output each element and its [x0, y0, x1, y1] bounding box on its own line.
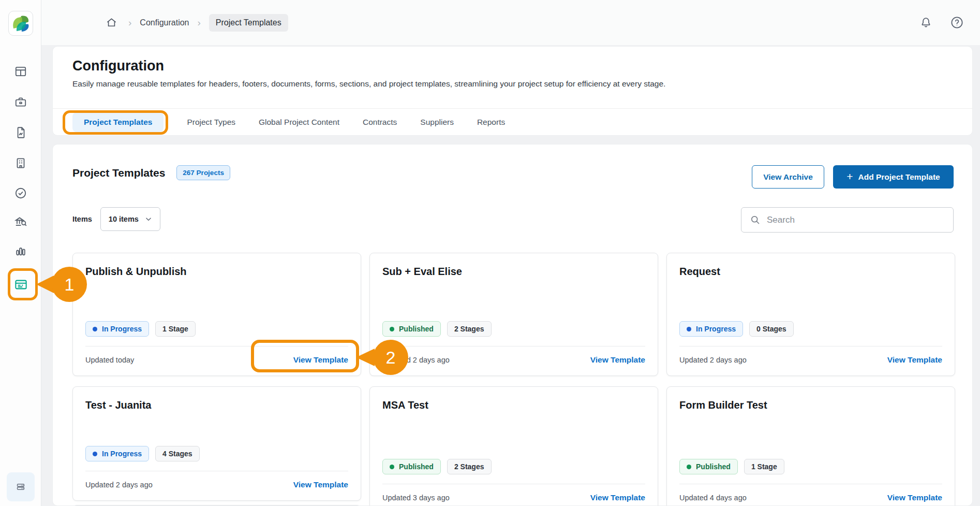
status-label: Published [399, 462, 434, 471]
updated-text: Updated 2 days ago [679, 356, 747, 364]
stage-count-badge: 1 Stage [744, 459, 784, 474]
sidebar-item-reports[interactable] [9, 239, 32, 262]
card-title: MSA Test [382, 399, 645, 411]
updated-text: Updated 3 days ago [382, 494, 450, 502]
page-header-panel: Configuration Easily manage reusable tem… [52, 46, 973, 136]
check-circle-icon [14, 186, 27, 200]
stage-count-badge: 4 Stages [155, 446, 200, 461]
project-templates-panel: Project Templates 267 Projects View Arch… [52, 144, 973, 506]
project-count-badge: 267 Projects [176, 165, 230, 180]
search-icon [750, 214, 761, 225]
breadcrumb-configuration[interactable]: Configuration [140, 18, 189, 27]
status-label: Published [399, 325, 434, 333]
sidebar-item-documents[interactable] [9, 121, 32, 144]
sidebar-item-project-templates[interactable] [9, 273, 32, 296]
chevron-down-icon [145, 215, 152, 223]
search-box [741, 207, 954, 233]
card-title: Form Builder Test [679, 399, 942, 411]
updated-text: Updated 4 days ago [679, 494, 747, 502]
template-card: Test - Juanita In Progress 4 Stages Upda… [72, 386, 361, 501]
sidebar-item-organization[interactable] [9, 152, 32, 175]
status-badge: Published [382, 321, 441, 337]
page-title: Configuration [72, 58, 164, 74]
template-card: Sub + Eval Elise Published 2 Stages Upda… [369, 253, 658, 376]
breadcrumb-project-templates[interactable]: Project Templates [209, 14, 288, 32]
stage-count-badge: 1 Stage [155, 321, 196, 337]
card-title: Publish & Unpublish [85, 266, 348, 278]
template-card: Form Builder Test Published 1 Stage Upda… [666, 386, 955, 506]
app-logo-icon [10, 13, 31, 34]
search-input[interactable] [767, 215, 945, 225]
stage-count-badge: 0 Stages [749, 321, 794, 337]
help-icon[interactable] [948, 14, 966, 32]
status-dot-icon [687, 327, 691, 331]
status-dot-icon [390, 465, 394, 469]
dashboard-layout-icon [14, 65, 27, 78]
add-project-template-button[interactable]: + Add Project Template [833, 165, 954, 189]
view-template-link[interactable]: View Template [887, 493, 942, 502]
bar-chart-icon [14, 243, 27, 257]
tab-suppliers[interactable]: Suppliers [420, 118, 454, 127]
items-label: Items [72, 215, 92, 223]
status-badge: Published [382, 459, 441, 474]
sidebar-item-approvals[interactable] [9, 182, 32, 205]
page-description: Easily manage reusable templates for hea… [72, 79, 665, 89]
updated-text: Updated 2 days ago [382, 356, 450, 364]
tab-project-types[interactable]: Project Types [187, 118, 235, 127]
tab-bar: Project Templates Project Types Global P… [72, 109, 505, 136]
tab-contracts[interactable]: Contracts [363, 118, 397, 127]
sidebar-item-projects[interactable] [9, 91, 32, 113]
briefcase-icon [14, 95, 27, 109]
stage-count-badge: 2 Stages [447, 459, 492, 474]
updated-text: Updated 2 days ago [85, 481, 153, 489]
status-dot-icon [687, 465, 691, 469]
status-dot-icon [390, 327, 394, 331]
app-logo[interactable] [8, 11, 33, 36]
items-per-page-select[interactable]: 10 items [100, 207, 160, 231]
template-card: Publish & Unpublish In Progress 1 Stage … [72, 253, 361, 376]
sidebar-item-dashboard[interactable] [9, 60, 32, 83]
template-card-grid: Publish & Unpublish In Progress 1 Stage … [72, 253, 955, 506]
status-badge: Published [679, 459, 738, 474]
plus-icon: + [847, 170, 853, 183]
view-template-link[interactable]: View Template [293, 480, 348, 489]
template-card: Request In Progress 0 Stages Updated 2 d… [666, 253, 955, 376]
sidebar-item-environments[interactable] [7, 472, 35, 501]
document-report-icon [14, 126, 27, 139]
items-per-page-value: 10 items [109, 215, 139, 223]
tab-reports[interactable]: Reports [477, 118, 505, 127]
status-dot-icon [93, 452, 97, 456]
view-template-link[interactable]: View Template [293, 355, 348, 365]
add-project-template-label: Add Project Template [858, 172, 940, 182]
project-templates-icon [14, 278, 28, 292]
stage-count-badge: 2 Stages [447, 321, 492, 337]
section-title: Project Templates [72, 167, 165, 179]
updated-text: Updated today [85, 356, 134, 364]
notifications-bell-icon[interactable] [917, 14, 934, 32]
view-template-link[interactable]: View Template [887, 355, 942, 365]
institution-search-icon [14, 215, 27, 228]
status-badge: In Progress [85, 321, 149, 337]
status-label: Published [696, 462, 731, 471]
status-badge: In Progress [85, 446, 149, 461]
template-card: MSA Test Published 2 Stages Updated 3 da… [369, 386, 658, 506]
home-icon[interactable] [102, 14, 120, 32]
status-label: In Progress [102, 450, 142, 458]
status-label: In Progress [102, 325, 142, 333]
chevron-right-icon: › [197, 18, 202, 27]
tab-global-project-content[interactable]: Global Project Content [259, 118, 339, 127]
top-bar: › Configuration › Project Templates [41, 0, 980, 45]
breadcrumb: › Configuration › Project Templates [102, 0, 288, 45]
card-title: Test - Juanita [85, 399, 348, 411]
view-template-link[interactable]: View Template [590, 493, 645, 502]
tab-project-templates[interactable]: Project Templates [72, 112, 164, 132]
status-label: In Progress [696, 325, 736, 333]
card-title: Sub + Eval Elise [382, 266, 645, 278]
chevron-right-icon: › [127, 18, 132, 27]
sidebar [0, 0, 41, 506]
server-stack-icon [14, 481, 27, 493]
view-template-link[interactable]: View Template [590, 355, 645, 365]
card-title: Request [679, 266, 942, 278]
view-archive-button[interactable]: View Archive [752, 165, 824, 189]
sidebar-item-institution-search[interactable] [9, 210, 32, 233]
